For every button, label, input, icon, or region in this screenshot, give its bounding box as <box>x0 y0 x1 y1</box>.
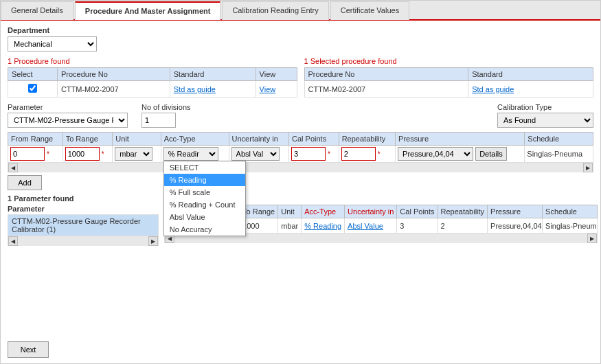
detail-acc-link[interactable]: % Reading <box>302 218 345 234</box>
th-cal-points: Cal Points <box>289 133 339 146</box>
dropdown-item-fullscale[interactable]: % Full scale <box>164 186 245 198</box>
param-scroll-track[interactable] <box>18 236 148 246</box>
detail-schedule: Singlas-Pneumatic Press <box>543 218 598 234</box>
pressure-select[interactable]: Pressure,04,04 <box>398 147 473 161</box>
asterisk-to: * <box>102 150 104 158</box>
th-from-range: From Range <box>8 133 63 146</box>
dropdown-item-select[interactable]: SELECT <box>164 161 245 174</box>
parameter-select[interactable]: CTTM-M02-Pressure Gauge R <box>8 113 128 128</box>
cell-acc-type[interactable]: % Readir SELECT % Reading % Full scale %… <box>161 146 229 163</box>
col-standard: Standard <box>170 68 256 81</box>
select-checkbox-cell[interactable] <box>8 81 58 98</box>
calibration-type-field: Calibration Type As Found <box>497 103 593 128</box>
horizontal-scrollbar[interactable]: ◀ ▶ <box>8 163 593 172</box>
th-to-range: To Range <box>63 133 113 146</box>
next-button[interactable]: Next <box>8 341 49 358</box>
param-scroll-left[interactable]: ◀ <box>8 236 18 246</box>
unit-select[interactable]: mbar <box>115 147 152 161</box>
th-acc-type: Acc-Type <box>161 133 229 146</box>
th-pressure: Pressure <box>396 133 525 146</box>
procedure-found-table: Select Procedure No Standard View CTTM-M… <box>8 67 297 98</box>
asterisk-from: * <box>47 150 49 158</box>
proc-no-cell: CTTM-M02-2007 <box>57 81 170 98</box>
detail-uncertainty-link[interactable]: Absl Value <box>345 218 397 234</box>
detail-rep: 2 <box>438 218 488 234</box>
calibration-type-select[interactable]: As Found <box>497 113 593 128</box>
th-repeatability: Repeatability <box>339 133 395 146</box>
cell-from-range[interactable]: * <box>8 146 63 163</box>
selected-procedure-panel: 1 Selected procedure found Procedure No … <box>304 57 594 98</box>
acc-type-select[interactable]: % Readir <box>163 147 218 161</box>
tab-general-details[interactable]: General Details <box>1 1 73 20</box>
th-unit: Unit <box>113 133 161 146</box>
asterisk-cal: * <box>328 150 330 158</box>
detail-scroll-right[interactable]: ▶ <box>587 234 597 243</box>
tab-certificate-values[interactable]: Certificate Values <box>330 1 409 20</box>
tab-bar: General Details Procedure And Master Ass… <box>1 1 600 21</box>
cal-points-input[interactable] <box>291 147 326 161</box>
th-detail-acc: Acc-Type <box>302 205 345 218</box>
table-row: CTTM-M02-2007 Std as guide View <box>8 81 297 98</box>
cell-schedule: Singlas-Pneuma <box>525 146 593 163</box>
repeatability-input[interactable] <box>341 147 376 161</box>
cell-cal-points[interactable]: * <box>289 146 339 163</box>
acc-type-dropdown-container: % Readir SELECT % Reading % Full scale %… <box>163 147 218 161</box>
dropdown-item-no-accuracy[interactable]: No Accuracy <box>164 223 245 236</box>
view-link[interactable]: View <box>256 81 297 98</box>
th-detail-rep: Repeatability <box>438 205 488 218</box>
param-found-section: Parameter CTTM-M02-Pressure Gauge Record… <box>8 205 593 337</box>
param-scroll-right[interactable]: ▶ <box>148 236 158 246</box>
department-select[interactable]: Mechanical <box>8 36 97 52</box>
th-detail-pressure: Pressure <box>488 205 543 218</box>
cell-pressure[interactable]: Pressure,04,04 Details <box>396 146 525 163</box>
dropdown-item-absl-value[interactable]: Absl Value <box>164 211 245 223</box>
th-uncertainty: Uncertainty in <box>229 133 288 146</box>
dropdown-item-reading-count[interactable]: % Reading + Count <box>164 198 245 211</box>
data-grid-wrapper: From Range To Range Unit Acc-Type Uncert… <box>8 132 593 163</box>
procedure-found-label: 1 Procedure found <box>8 57 297 65</box>
parameter-row: Parameter CTTM-M02-Pressure Gauge R No o… <box>8 103 593 128</box>
col-select: Select <box>8 68 58 81</box>
dropdown-item-reading[interactable]: % Reading <box>164 174 245 186</box>
no-of-divisions-input[interactable] <box>141 113 176 128</box>
details-button[interactable]: Details <box>475 147 507 161</box>
th-detail-uncertainty: Uncertainty in <box>345 205 397 218</box>
department-row: Mechanical <box>8 36 593 52</box>
sel-standard-link[interactable]: Std as guide <box>468 81 593 98</box>
th-detail-unit: Unit <box>278 205 302 218</box>
scroll-left-arrow[interactable]: ◀ <box>8 163 18 172</box>
from-range-input[interactable] <box>10 147 45 161</box>
col-sel-standard: Standard <box>468 68 593 81</box>
add-button[interactable]: Add <box>8 175 42 190</box>
cell-repeatability[interactable]: * <box>339 146 395 163</box>
list-item[interactable]: CTTM-M02-Pressure Gauge Recorder Calibra… <box>8 215 159 236</box>
tab-procedure-assignment[interactable]: Procedure And Master Assignment <box>75 1 221 20</box>
selected-procedure-label: 1 Selected procedure found <box>304 57 594 65</box>
col-sel-proc-no: Procedure No <box>304 68 468 81</box>
table-row: CTTM-M02-2007 Std as guide <box>304 81 593 98</box>
grid-row: * * mbar <box>8 146 593 163</box>
scroll-right-arrow[interactable]: ▶ <box>583 163 593 172</box>
detail-calpts: 3 <box>397 218 438 234</box>
tab-calibration-reading[interactable]: Calibration Reading Entry <box>222 1 328 20</box>
param-list-item[interactable]: CTTM-M02-Pressure Gauge Recorder Calibra… <box>8 215 159 236</box>
standard-link[interactable]: Std as guide <box>170 81 256 98</box>
content-area: Department Mechanical 1 Procedure found … <box>1 21 600 363</box>
col-view: View <box>256 68 297 81</box>
col-proc-no: Procedure No <box>57 68 170 81</box>
to-range-input[interactable] <box>65 147 100 161</box>
no-of-divisions-field: No of divisions <box>141 103 191 128</box>
select-checkbox[interactable] <box>28 84 37 93</box>
param-list-panel: Parameter CTTM-M02-Pressure Gauge Record… <box>8 205 159 337</box>
cell-unit[interactable]: mbar <box>113 146 161 163</box>
acc-type-dropdown-menu: SELECT % Reading % Full scale % Reading … <box>163 161 246 236</box>
param-list-scrollbar[interactable]: ◀ ▶ <box>8 236 159 246</box>
cell-to-range[interactable]: * <box>63 146 113 163</box>
parameter-label: Parameter <box>8 103 128 111</box>
procedure-found-panel: 1 Procedure found Select Procedure No St… <box>8 57 297 98</box>
cell-uncertainty[interactable]: Absl Val <box>229 146 288 163</box>
no-of-divisions-label: No of divisions <box>141 103 191 111</box>
selected-procedure-table: Procedure No Standard CTTM-M02-2007 Std … <box>304 67 594 98</box>
uncertainty-select[interactable]: Absl Val <box>231 147 280 161</box>
scroll-track[interactable] <box>18 163 583 172</box>
